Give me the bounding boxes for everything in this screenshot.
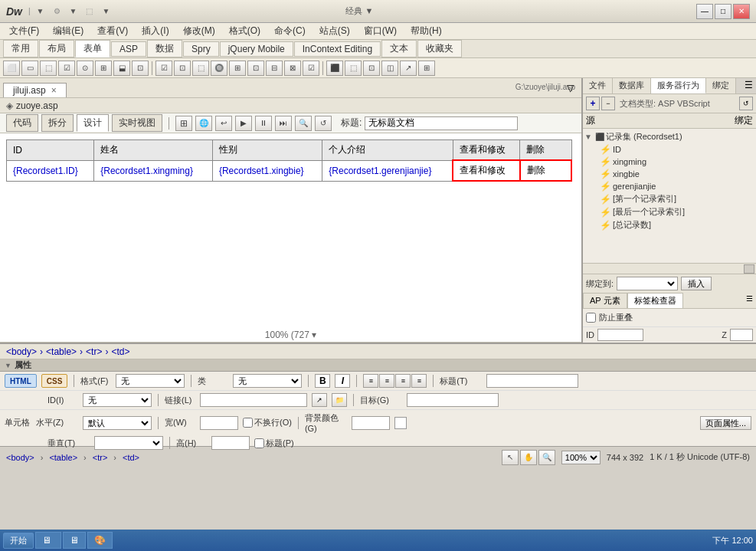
link-browse-btn[interactable]: ↗: [312, 393, 327, 407]
tree-item-xingbie[interactable]: ⚡ xingbie: [600, 168, 754, 180]
link-input[interactable]: [200, 393, 307, 407]
tab-favorites[interactable]: 收藏夹: [417, 40, 462, 57]
remove-button[interactable]: −: [601, 97, 615, 110]
vertical-select[interactable]: [94, 436, 163, 450]
panel-options-icon[interactable]: ☰: [741, 78, 756, 93]
form-icon-12[interactable]: 🔘: [211, 61, 227, 76]
menu-site[interactable]: 站点(S): [313, 23, 356, 39]
menu-format[interactable]: 格式(O): [223, 23, 267, 39]
ap-panel-options[interactable]: ☰: [743, 293, 756, 308]
nowrap-checkbox[interactable]: [243, 418, 253, 428]
close-icon[interactable]: ×: [51, 85, 57, 96]
format-select[interactable]: 无: [116, 374, 185, 388]
toolbar-dropdown-2[interactable]: ▼: [70, 7, 77, 15]
bgcolor-swatch[interactable]: [394, 417, 407, 429]
form-icon-18[interactable]: ⬛: [326, 61, 343, 76]
form-icon-3[interactable]: ⬚: [40, 61, 57, 76]
menu-file[interactable]: 文件(F): [3, 23, 45, 39]
cell-id[interactable]: {Recordset1.ID}: [7, 160, 94, 181]
align-right-btn[interactable]: ≡: [395, 374, 411, 388]
bold-btn[interactable]: B: [315, 374, 330, 388]
tab-form[interactable]: 表单: [75, 40, 110, 57]
form-icon-1[interactable]: ⬜: [3, 61, 20, 76]
insert-btn[interactable]: 插入: [681, 277, 712, 290]
breadcrumb-table[interactable]: <table>: [46, 346, 77, 357]
cell-gender[interactable]: {Recordset1.xingbie}: [212, 160, 322, 181]
form-icon-6[interactable]: ⊞: [95, 61, 112, 76]
status-body[interactable]: <body>: [6, 453, 34, 462]
view-icon-7[interactable]: 🔍: [295, 116, 312, 131]
minimize-button[interactable]: —: [696, 4, 713, 19]
class-select[interactable]: 无: [233, 374, 302, 388]
tab-common[interactable]: 常用: [3, 40, 38, 57]
form-icon-2[interactable]: ▭: [21, 61, 38, 76]
cell-intro[interactable]: {Recordset1.gerenjianjie}: [322, 160, 453, 181]
form-icon-15[interactable]: ⊟: [266, 61, 283, 76]
status-icon-2[interactable]: ✋: [520, 450, 537, 465]
start-button[interactable]: 开始: [3, 533, 34, 549]
status-icon-1[interactable]: ↖: [502, 450, 519, 465]
form-icon-17[interactable]: ☑: [303, 61, 319, 76]
ap-z-input[interactable]: [730, 329, 753, 341]
height-input[interactable]: [211, 436, 250, 450]
view-icon-5[interactable]: ⏸: [255, 116, 272, 131]
title-input-props[interactable]: [486, 374, 578, 388]
tree-item-first-index[interactable]: ⚡ [第一个记录索引]: [600, 192, 754, 205]
maximize-button[interactable]: □: [715, 4, 731, 19]
cell-delete[interactable]: 删除: [520, 160, 571, 181]
view-split-btn[interactable]: 拆分: [41, 114, 74, 132]
form-icon-9[interactable]: ☑: [155, 61, 172, 76]
form-icon-23[interactable]: ⊞: [418, 61, 435, 76]
view-icon-2[interactable]: 🌐: [195, 116, 212, 131]
tab-spry[interactable]: Spry: [183, 41, 219, 57]
menu-help[interactable]: 帮助(H): [404, 23, 448, 39]
view-code-btn[interactable]: 代码: [6, 114, 38, 132]
html-btn[interactable]: HTML: [5, 374, 37, 388]
ap-id-input[interactable]: [597, 329, 643, 341]
panel-tab-server[interactable]: 服务器行为: [651, 78, 706, 93]
menu-modify[interactable]: 修改(M): [177, 23, 221, 39]
align-center-btn[interactable]: ≡: [379, 374, 394, 388]
form-icon-20[interactable]: ⊡: [363, 61, 380, 76]
tree-item-xingming[interactable]: ⚡ xingming: [600, 156, 754, 168]
doc-tab-jiluji[interactable]: jiluji.asp ×: [3, 83, 67, 97]
css-btn[interactable]: CSS: [41, 374, 68, 388]
breadcrumb-tr[interactable]: <tr>: [86, 346, 102, 357]
tab-incontext[interactable]: InContext Editing: [294, 41, 381, 57]
tab-layout[interactable]: 布局: [39, 40, 74, 57]
bgcolor-input[interactable]: [352, 416, 390, 430]
tree-root[interactable]: ▼ ⬛ 记录集 (Recordset1): [584, 130, 754, 143]
form-icon-14[interactable]: ⊡: [247, 61, 264, 76]
tab-asp[interactable]: ASP: [111, 41, 146, 57]
tab-jquery-mobile[interactable]: jQuery Mobile: [220, 41, 293, 57]
cell-name[interactable]: {Recordset1.xingming}: [94, 160, 213, 181]
panel-tab-file[interactable]: 文件: [583, 78, 613, 93]
form-icon-16[interactable]: ⊠: [284, 61, 301, 76]
taskbar-item-3[interactable]: 🎨: [87, 532, 113, 549]
view-icon-8[interactable]: ↺: [315, 116, 332, 131]
target-input[interactable]: [407, 393, 499, 407]
menu-window[interactable]: 窗口(W): [358, 23, 403, 39]
tree-item-last-index[interactable]: ⚡ [最后一个记录索引]: [600, 205, 754, 218]
status-table[interactable]: <table>: [49, 453, 77, 462]
filter-icon[interactable]: ▽: [567, 83, 574, 93]
view-live-btn[interactable]: 实时视图: [112, 114, 162, 132]
italic-btn[interactable]: I: [335, 374, 350, 388]
close-button[interactable]: ✕: [733, 4, 750, 19]
cell-view-edit[interactable]: 查看和修改: [453, 160, 520, 181]
tree-item-total[interactable]: ⚡ [总记录数]: [600, 218, 754, 231]
props-collapse-icon[interactable]: ▼: [5, 362, 11, 369]
tree-item-gerenjianjie[interactable]: ⚡ gerenjianjie: [600, 180, 754, 192]
heading-checkbox[interactable]: [254, 438, 264, 448]
form-icon-4[interactable]: ☑: [58, 61, 75, 76]
refresh-button[interactable]: ↺: [739, 97, 753, 110]
panel-tab-binding[interactable]: 绑定: [706, 78, 736, 93]
page-props-btn[interactable]: 页面属性...: [700, 416, 751, 430]
link-folder-btn[interactable]: 📁: [332, 393, 347, 407]
scrollbar-thumb[interactable]: [744, 264, 754, 274]
horizontal-select[interactable]: 默认: [83, 416, 152, 430]
width-input[interactable]: [200, 416, 238, 430]
zoom-select[interactable]: 100%: [561, 451, 601, 464]
toolbar-dropdown-1[interactable]: ▼: [37, 7, 44, 15]
title-input[interactable]: [365, 116, 518, 130]
